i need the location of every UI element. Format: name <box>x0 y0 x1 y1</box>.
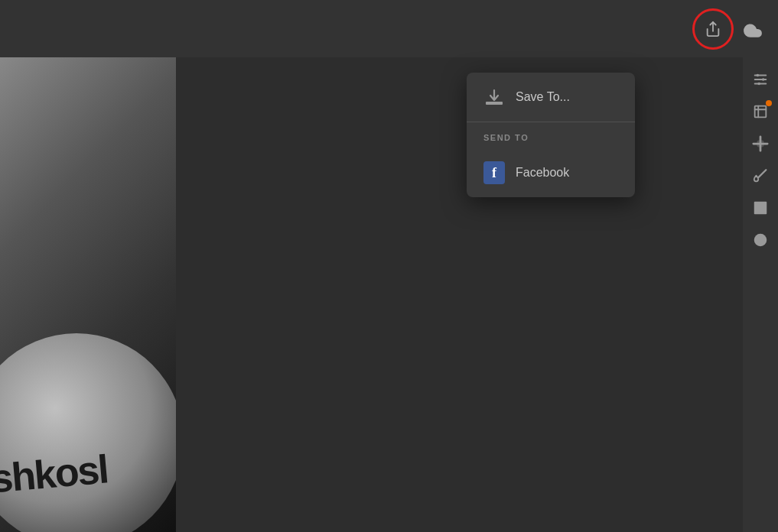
active-indicator <box>766 100 772 106</box>
facebook-icon-box: f <box>483 161 505 184</box>
cloud-icon <box>743 21 763 37</box>
facebook-icon: f <box>483 162 505 183</box>
svg-point-11 <box>754 234 767 247</box>
dropdown-menu: Save To... Send To f Facebook <box>467 73 635 197</box>
share-button[interactable] <box>695 11 731 47</box>
save-to-menu-item[interactable]: Save To... <box>467 73 635 122</box>
svg-rect-8 <box>755 106 767 118</box>
ball-graphic: shkosl <box>0 333 176 532</box>
content-area: Save To... Send To f Facebook <box>176 57 743 532</box>
save-to-label: Save To... <box>516 90 570 104</box>
ball-text: shkosl <box>0 446 109 501</box>
sliders-icon <box>752 71 769 88</box>
crop-button[interactable] <box>746 97 775 126</box>
facebook-label: Facebook <box>516 166 569 180</box>
image-panel: shkosl <box>0 57 176 532</box>
send-to-section-label: Send To <box>467 122 635 148</box>
shape-button[interactable] <box>746 193 775 222</box>
radial-button[interactable] <box>746 225 775 255</box>
right-sidebar <box>743 57 778 532</box>
svg-point-5 <box>757 74 760 77</box>
circle-icon <box>752 232 769 248</box>
svg-point-7 <box>757 83 760 86</box>
adjustments-button[interactable] <box>746 65 775 94</box>
main-area: shkosl Save To... Send <box>0 57 778 532</box>
save-to-icon <box>483 86 505 108</box>
svg-rect-9 <box>757 141 763 146</box>
svg-rect-1 <box>486 102 503 105</box>
brush-button[interactable] <box>746 161 775 190</box>
image-background: shkosl <box>0 57 176 532</box>
cloud-button[interactable] <box>735 11 770 47</box>
square-icon <box>752 200 769 216</box>
top-bar <box>0 0 778 57</box>
facebook-menu-item[interactable]: f Facebook <box>467 148 635 197</box>
healing-icon <box>752 135 769 152</box>
svg-rect-10 <box>754 202 767 215</box>
top-bar-actions <box>695 11 770 47</box>
share-icon <box>705 21 721 37</box>
svg-point-6 <box>762 78 765 81</box>
healing-button[interactable] <box>746 129 775 158</box>
brush-icon <box>752 167 769 184</box>
crop-icon <box>752 103 769 120</box>
